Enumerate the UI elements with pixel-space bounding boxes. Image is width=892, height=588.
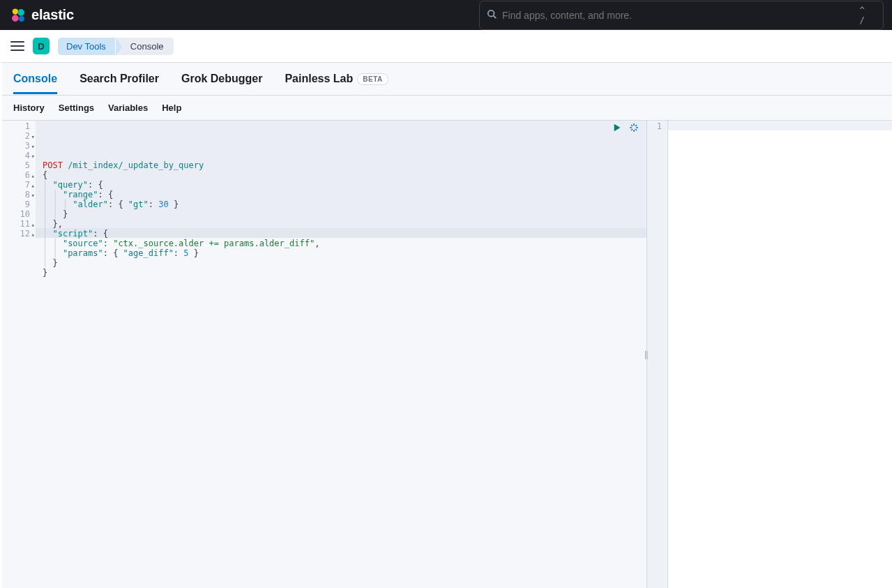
code-line[interactable]: { <box>43 170 647 180</box>
global-search[interactable]: ^ / <box>479 1 884 30</box>
response-gutter: 1 <box>647 121 668 588</box>
subtab-settings[interactable]: Settings <box>59 103 94 113</box>
tab-painless-lab[interactable]: Painless Lab BETA <box>285 64 388 93</box>
fold-toggle[interactable]: ▾ <box>31 132 35 142</box>
code-line[interactable]: │ │ │ "alder": { "gt": 30 } <box>43 199 647 209</box>
nav-toggle-button[interactable] <box>10 41 24 51</box>
code-line[interactable]: │ } <box>43 258 647 268</box>
tab-label: Search Profiler <box>80 73 159 85</box>
response-pane: 1 <box>647 121 892 588</box>
request-editor[interactable]: POST /mit_index/_update_by_query{│ "quer… <box>36 121 647 588</box>
editor-split: 12▾3▾4▾56▴7▴8▾91011▴12▴ POST /mit_index/… <box>2 121 892 588</box>
code-line[interactable]: POST /mit_index/_update_by_query <box>43 160 647 170</box>
request-gutter: 12▾3▾4▾56▴7▴8▾91011▴12▴ <box>2 121 36 588</box>
request-pane: 12▾3▾4▾56▴7▴8▾91011▴12▴ POST /mit_index/… <box>2 121 647 588</box>
response-viewer[interactable] <box>668 121 892 588</box>
global-header: elastic ^ / <box>0 0 892 30</box>
svg-point-3 <box>19 15 24 21</box>
tool-tabs: Console Search Profiler Grok Debugger Pa… <box>2 63 892 96</box>
tab-label: Grok Debugger <box>181 73 262 85</box>
code-line[interactable]: │ │ "params": { "age_diff": 5 } <box>43 248 647 258</box>
tab-label: Painless Lab <box>285 73 353 85</box>
response-line-highlight <box>668 121 892 130</box>
code-line[interactable]: │ │ } <box>43 209 647 219</box>
tab-label: Console <box>13 73 57 85</box>
breadcrumb: Dev Tools Console <box>58 37 174 55</box>
fold-toggle[interactable]: ▾ <box>31 190 35 200</box>
pane-splitter[interactable]: || <box>644 349 647 359</box>
svg-point-4 <box>488 10 494 17</box>
fold-toggle[interactable]: ▴ <box>31 220 35 229</box>
svg-point-1 <box>17 9 24 16</box>
fold-toggle[interactable]: ▾ <box>31 142 35 151</box>
svg-point-2 <box>12 15 19 22</box>
brand-text: elastic <box>31 7 74 23</box>
code-line[interactable]: } <box>43 268 647 278</box>
request-options-button[interactable] <box>628 122 640 133</box>
svg-point-0 <box>13 8 18 14</box>
breadcrumb-dev-tools[interactable]: Dev Tools <box>58 38 116 55</box>
subtab-history[interactable]: History <box>13 103 45 113</box>
breadcrumb-console: Console <box>115 38 174 55</box>
brand-logo[interactable]: elastic <box>10 7 74 23</box>
code-line[interactable]: │ │ "source": "ctx._source.alder += para… <box>43 239 647 248</box>
search-icon <box>487 9 497 21</box>
code-line[interactable]: │ "query": { <box>43 180 647 190</box>
subtab-help[interactable]: Help <box>162 103 181 113</box>
tab-console[interactable]: Console <box>13 64 57 93</box>
send-request-button[interactable] <box>612 122 623 133</box>
space-avatar[interactable]: D <box>33 38 50 54</box>
svg-line-5 <box>494 16 497 19</box>
code-line[interactable]: │ "script": { <box>43 229 647 239</box>
fold-toggle[interactable]: ▴ <box>31 181 35 190</box>
search-kbd-hint: ^ / <box>859 6 876 25</box>
fold-toggle[interactable]: ▴ <box>31 229 35 239</box>
fold-toggle[interactable]: ▾ <box>31 151 35 161</box>
tab-grok-debugger[interactable]: Grok Debugger <box>181 64 262 93</box>
code-line[interactable]: │ }, <box>43 219 647 229</box>
request-actions <box>612 122 640 133</box>
console-subtabs: History Settings Variables Help <box>2 96 892 121</box>
code-line[interactable] <box>675 151 892 160</box>
tab-search-profiler[interactable]: Search Profiler <box>80 64 159 93</box>
fold-toggle[interactable]: ▴ <box>31 171 35 181</box>
page-subheader: D Dev Tools Console <box>0 30 892 63</box>
space-avatar-initial: D <box>38 41 44 52</box>
elastic-logo-icon <box>10 8 26 23</box>
global-search-input[interactable] <box>502 10 854 21</box>
subtab-variables[interactable]: Variables <box>108 103 148 113</box>
code-line[interactable]: │ │ "range": { <box>43 190 647 199</box>
beta-badge: BETA <box>357 73 388 85</box>
